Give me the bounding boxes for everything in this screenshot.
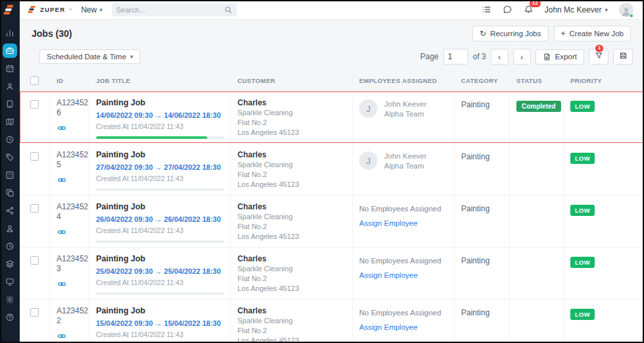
job-title-cell: Painting Job 14/06/2022 09:30 → 14/06/20…	[89, 92, 230, 143]
refresh-icon: ↻	[480, 29, 486, 38]
clock-icon[interactable]	[3, 132, 17, 147]
page-title: Jobs (30)	[32, 28, 72, 39]
job-id[interactable]: A1234522	[57, 306, 82, 326]
search-input[interactable]	[116, 6, 224, 14]
notification-count-badge: 12	[530, 0, 541, 7]
customer-name[interactable]: Charles	[237, 150, 345, 159]
user-icon[interactable]	[3, 221, 17, 236]
chevron-right-icon: ›	[520, 52, 523, 62]
row-select-cell	[20, 300, 49, 343]
customer-detail-line: Flat No.2	[237, 170, 345, 179]
new-menu-button[interactable]: New ▾	[81, 5, 103, 14]
brand: ZUPER ™	[28, 5, 72, 14]
select-all-cell	[20, 70, 49, 91]
export-button[interactable]: Export	[535, 49, 584, 65]
briefcase-icon[interactable]	[3, 43, 17, 58]
recurring-link-icon[interactable]	[57, 332, 67, 340]
filter-count-badge: 1	[595, 45, 603, 52]
jobs-table: IDJOB TITLECUSTOMEREMPLOYEES ASSIGNEDCAT…	[20, 70, 644, 343]
job-title-link[interactable]: Painting Job	[96, 306, 224, 315]
assign-employee-link[interactable]: Assign Employee	[359, 323, 418, 331]
job-id[interactable]: A1234525	[57, 150, 82, 170]
row-select-cell	[20, 144, 49, 195]
customers-icon[interactable]	[3, 79, 17, 93]
status-cell	[509, 300, 563, 343]
filter-button[interactable]: 1	[589, 49, 608, 65]
column-header: JOB TITLE	[89, 70, 230, 91]
chat-icon[interactable]	[503, 5, 512, 14]
search-box[interactable]	[112, 3, 237, 16]
recurring-jobs-button[interactable]: ↻ Recurring Jobs	[472, 26, 548, 41]
status-cell	[509, 248, 563, 299]
row-checkbox[interactable]	[30, 204, 39, 213]
timer-icon[interactable]	[3, 239, 17, 253]
app-logo[interactable]	[0, 0, 20, 20]
monitor-icon[interactable]	[3, 275, 17, 289]
job-id[interactable]: A1234526	[57, 98, 82, 118]
recurring-link-icon[interactable]	[57, 124, 67, 132]
create-new-job-button[interactable]: + Create New Job	[554, 26, 631, 41]
job-id-cell: A1234523	[49, 248, 89, 299]
sort-dropdown[interactable]: Scheduled Date & Time ▾	[39, 49, 140, 64]
customer-name[interactable]: Charles	[237, 254, 345, 263]
recurring-link-icon[interactable]	[57, 228, 67, 236]
next-page-button[interactable]: ›	[513, 49, 531, 65]
user-menu[interactable]: John Mc Keever ▾	[545, 5, 608, 14]
no-employees-text: No Employees Assigned	[359, 306, 447, 317]
category-cell: Painting	[454, 144, 509, 195]
topbar-actions: 12 John Mc Keever ▾	[482, 3, 633, 17]
priority-badge: LOW	[570, 205, 595, 216]
priority-badge: LOW	[570, 153, 595, 164]
tag-icon[interactable]	[3, 150, 17, 165]
job-progress-bar	[96, 240, 224, 243]
customer-detail-line: Sparkle Cleaning	[237, 264, 345, 273]
save-view-button[interactable]	[613, 49, 633, 65]
list-view-icon[interactable]	[482, 5, 491, 14]
recurring-link-icon[interactable]	[57, 280, 67, 288]
topbar: ZUPER ™ New ▾	[20, 0, 644, 20]
table-row: A1234525 Painting Job 27/04/2022 09:30 →…	[20, 144, 644, 196]
job-title-link[interactable]: Painting Job	[96, 254, 224, 263]
row-checkbox[interactable]	[30, 152, 39, 161]
row-checkbox[interactable]	[30, 308, 39, 317]
priority-badge: LOW	[570, 309, 595, 320]
customer-detail-line: Los Angeles 45123	[237, 284, 345, 293]
assign-employee-link[interactable]: Assign Employee	[359, 271, 418, 279]
calendar-icon[interactable]	[3, 61, 17, 76]
notifications-bell-icon[interactable]: 12	[524, 5, 533, 14]
recurring-link-icon[interactable]	[57, 176, 67, 184]
create-new-job-label: Create New Job	[570, 30, 624, 38]
map-icon[interactable]	[3, 115, 17, 129]
column-header: CATEGORY	[454, 70, 509, 91]
status-cell	[509, 196, 563, 247]
copy-icon[interactable]	[3, 186, 17, 200]
employee-team: Alpha Team	[384, 161, 427, 171]
customer-name[interactable]: Charles	[237, 98, 345, 107]
chevron-down-icon: ▾	[99, 7, 103, 13]
customer-name[interactable]: Charles	[237, 202, 345, 211]
gear-icon[interactable]	[3, 292, 17, 307]
row-checkbox[interactable]	[30, 100, 39, 109]
prev-page-button[interactable]: ‹	[491, 49, 508, 65]
row-checkbox[interactable]	[30, 256, 39, 265]
bar-chart-icon[interactable]	[3, 26, 17, 40]
dispatch-icon[interactable]	[3, 203, 17, 218]
job-title-link[interactable]: Painting Job	[96, 98, 224, 107]
kiosk-icon[interactable]	[3, 168, 17, 182]
job-progress-fill	[96, 136, 207, 139]
customer-name[interactable]: Charles	[237, 306, 345, 315]
user-avatar[interactable]	[619, 3, 633, 17]
select-all-checkbox[interactable]	[30, 76, 39, 85]
user-name: John Mc Keever	[545, 5, 602, 14]
assign-employee-link[interactable]: Assign Employee	[359, 219, 418, 227]
job-title-link[interactable]: Painting Job	[96, 150, 224, 159]
page-number-input[interactable]	[443, 49, 468, 65]
layers-icon[interactable]	[3, 257, 17, 271]
customer-detail-line: Los Angeles 45123	[237, 128, 345, 137]
job-id[interactable]: A1234524	[57, 202, 82, 222]
help-icon[interactable]	[3, 310, 17, 325]
device-icon[interactable]	[3, 97, 17, 111]
customer-detail-line: Los Angeles 45123	[237, 336, 345, 343]
job-title-link[interactable]: Painting Job	[96, 202, 224, 211]
job-id[interactable]: A1234523	[57, 254, 82, 274]
